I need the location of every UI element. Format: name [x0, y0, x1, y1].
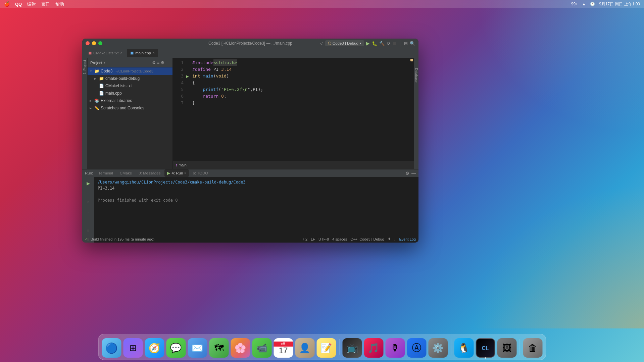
close-button[interactable]: [86, 41, 90, 45]
int-keyword: int: [192, 73, 203, 80]
root-folder-icon: 📁: [94, 69, 99, 73]
run-panel: Run: Terminal CMake 0: Messages ▶ 4: Run…: [82, 169, 418, 235]
tree-root[interactable]: ▼ 📁 Code3 ~/CLionProjects/Code3: [88, 67, 172, 75]
menubar-left: 🍎 QQ 编辑 窗口 帮助: [4, 1, 64, 7]
run-tab-run[interactable]: ▶ 4: Run ×: [164, 169, 189, 177]
run-tab-cmake[interactable]: CMake: [117, 169, 135, 177]
output-pi: PI=3.14: [98, 186, 115, 191]
window-title: Code3 [~/CLionProjects/Code3] — .../main…: [208, 41, 292, 46]
run-print-btn[interactable]: 🖨: [84, 226, 92, 234]
tab-cmake[interactable]: ▣ CMakeLists.txt ×: [85, 49, 126, 57]
database-tab[interactable]: Database: [414, 68, 418, 84]
dock-appstore[interactable]: Ⓐ: [407, 338, 426, 358]
tab-cmake-close[interactable]: ×: [120, 51, 122, 55]
dock-notes[interactable]: 📝: [316, 338, 336, 358]
event-log[interactable]: Event Log: [399, 237, 416, 241]
tree-cmake-build[interactable]: ▶ 📁 cmake-build-debug: [88, 75, 172, 82]
apple-menu[interactable]: 🍎: [4, 1, 10, 7]
status-check-icon: ✓: [85, 237, 88, 241]
build-icon[interactable]: 🔨: [379, 41, 385, 46]
config-selector[interactable]: ⬡ Code3 | Debug ▾: [325, 40, 364, 46]
code-content[interactable]: #include<stdio.h> #define PI 3.14 int ma…: [191, 58, 409, 161]
code-editor[interactable]: 1 2 3 4 5 6 7 ▶: [173, 58, 414, 169]
menu-edit[interactable]: 编辑: [27, 1, 36, 7]
run-wrap-btn[interactable]: ⏤: [84, 217, 92, 225]
run-scroll-btn[interactable]: ↓: [84, 207, 92, 215]
back-icon[interactable]: ◁: [320, 41, 323, 46]
dock-clion[interactable]: CL: [476, 338, 495, 358]
dock-podcasts[interactable]: 🎙: [385, 338, 405, 358]
tree-external-libs[interactable]: ▶ 📚 External Libraries: [88, 97, 172, 104]
run-tab-terminal[interactable]: Terminal: [96, 169, 115, 177]
dock-trash[interactable]: 🗑: [523, 338, 542, 358]
debug-icon[interactable]: 🐛: [372, 41, 377, 46]
tree-main-cpp[interactable]: 📄 main.cpp: [88, 90, 172, 97]
tab-main-close[interactable]: ×: [153, 51, 155, 55]
dock-finder[interactable]: 🔵: [102, 338, 121, 358]
file-tabs-bar: ▣ CMakeLists.txt × ▣ main.cpp ×: [82, 48, 418, 58]
language: C++: Code3 | Debug: [350, 237, 384, 241]
dock-maps[interactable]: 🗺: [209, 338, 229, 358]
project-dropdown-icon[interactable]: ▾: [104, 61, 105, 64]
tab-main-label: main.cpp: [135, 51, 151, 55]
dock-separator-2: [451, 339, 451, 355]
tab-cmake-label: CMakeLists.txt: [93, 51, 118, 55]
minimize-win-icon[interactable]: ⊟: [404, 41, 408, 46]
run-tab-messages[interactable]: 0: Messages: [136, 169, 163, 177]
code-line-2: #define PI 3.14: [191, 66, 409, 73]
dock-facetime[interactable]: 📹: [252, 338, 271, 358]
reload-icon[interactable]: ↺: [387, 41, 390, 46]
include-file: <stdio.h>: [213, 59, 237, 66]
dock-calendar[interactable]: 9月 17: [274, 338, 293, 358]
dock-contacts[interactable]: 👤: [295, 338, 314, 358]
run-arrow-icon[interactable]: ▶: [186, 74, 189, 78]
run-tabs: Run: Terminal CMake 0: Messages ▶ 4: Run…: [82, 169, 418, 177]
dock-mail[interactable]: ✉️: [188, 338, 207, 358]
left-panel-tabs: 1: Project: [82, 58, 88, 169]
dock-photos[interactable]: 🌸: [231, 338, 250, 358]
facetime-icon: 📹: [256, 343, 267, 353]
search-icon[interactable]: 🔍: [410, 41, 415, 46]
run-tab-todo[interactable]: 6: TODO: [190, 169, 211, 177]
dock-photo-viewer[interactable]: 🖼: [497, 338, 516, 358]
appstore-icon: Ⓐ: [412, 342, 421, 354]
dock-launchpad[interactable]: ⊞: [123, 338, 143, 358]
code-line-4: {: [191, 80, 409, 86]
tab-main-cpp[interactable]: ▣ main.cpp ×: [127, 49, 158, 57]
tree-scratches[interactable]: ▶ ✏️ Scratches and Consoles: [88, 104, 172, 112]
indent: 4 spaces: [332, 237, 347, 241]
menu-help[interactable]: 帮助: [55, 1, 64, 7]
contacts-icon: 👤: [299, 343, 311, 354]
gear-icon[interactable]: ⚙: [152, 60, 156, 65]
file-tree: Project ▾ ⚙ ≡ ⚙ — ▼ 📁 Code3 ~/CLionProje…: [88, 58, 173, 169]
dock-music[interactable]: 🎵: [364, 338, 383, 358]
root-name: Code3: [101, 69, 112, 73]
run-stop-btn[interactable]: |: [84, 189, 92, 197]
project-panel-tab[interactable]: 1: Project: [82, 58, 87, 76]
dock-tv[interactable]: 📺: [342, 338, 362, 358]
run-icon[interactable]: ▶: [366, 41, 370, 46]
run-rerun-btn[interactable]: ↺: [84, 198, 92, 206]
hide-icon[interactable]: —: [166, 60, 170, 65]
dock-qq[interactable]: 🐧: [454, 338, 474, 358]
dock-syspreferences[interactable]: ⚙️: [428, 338, 448, 358]
run-tab-close[interactable]: ×: [184, 171, 186, 175]
stop-icon[interactable]: ⏹: [392, 41, 397, 46]
settings-icon[interactable]: ⚙: [161, 60, 164, 65]
return-value: 0: [221, 93, 224, 100]
menu-app-name[interactable]: QQ: [15, 2, 22, 7]
dock-safari[interactable]: 🧭: [145, 338, 164, 358]
tree-cmakelists[interactable]: 📄 CMakeLists.txt: [88, 82, 172, 90]
run-minimize-icon[interactable]: —: [411, 171, 416, 176]
run-panel-actions: ⚙ —: [405, 171, 416, 176]
menu-window[interactable]: 窗口: [41, 1, 50, 7]
line-num-6: 6: [173, 93, 184, 100]
dock-messages[interactable]: 💬: [166, 338, 186, 358]
run-gutter: ▶: [186, 58, 191, 161]
minimize-button[interactable]: [92, 41, 96, 45]
run-settings-icon[interactable]: ⚙: [405, 171, 409, 176]
maximize-button[interactable]: [98, 41, 102, 45]
run-play-btn[interactable]: ▶: [84, 179, 92, 187]
define-value: 3.14: [221, 66, 232, 73]
collapse-icon[interactable]: ≡: [157, 60, 159, 65]
